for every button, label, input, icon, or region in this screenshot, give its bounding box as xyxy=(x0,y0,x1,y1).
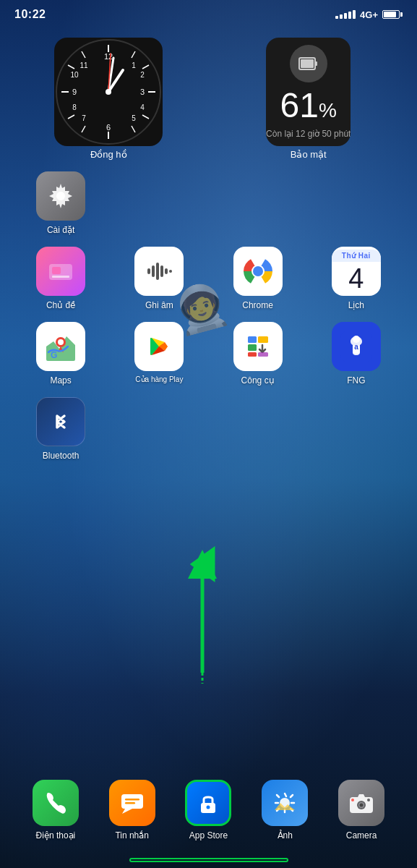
network-label: 4G+ xyxy=(360,9,378,20)
camera-app-name: Camera xyxy=(346,830,377,841)
dock-item-phone[interactable]: Điện thoại xyxy=(33,780,79,841)
svg-point-76 xyxy=(351,799,354,801)
svg-rect-34 xyxy=(52,267,61,274)
bluetooth-icon xyxy=(36,397,85,446)
dock: Điện thoại Tin nhắn App Store xyxy=(0,773,417,848)
calendar-icon: Thứ Hai 4 xyxy=(332,247,381,296)
svg-rect-39 xyxy=(160,265,163,277)
battery-status-icon xyxy=(382,10,403,19)
photos-icon xyxy=(262,780,308,826)
svg-point-75 xyxy=(367,799,370,801)
app-row-3: G Maps xyxy=(0,310,417,386)
app-item-playstore[interactable]: Cửa hàng Play xyxy=(110,322,208,386)
dock-item-photos[interactable]: Ảnh xyxy=(262,780,308,841)
svg-text:1: 1 xyxy=(132,61,136,69)
svg-rect-30 xyxy=(301,59,314,68)
svg-rect-53 xyxy=(258,336,268,343)
dock-item-camera[interactable]: Camera xyxy=(338,780,384,841)
photos-app-name: Ảnh xyxy=(278,830,293,841)
app-item-chrome[interactable]: Chrome xyxy=(209,247,307,310)
svg-text:7: 7 xyxy=(82,114,86,122)
svg-rect-66 xyxy=(125,799,139,801)
arrow-annotation xyxy=(159,542,246,687)
svg-rect-54 xyxy=(248,352,257,357)
dock-item-appstore[interactable]: App Store xyxy=(185,780,231,841)
svg-text:9: 9 xyxy=(72,88,77,96)
dock-item-messages[interactable]: Tin nhắn xyxy=(109,780,155,841)
theme-icon xyxy=(36,247,85,296)
svg-point-28 xyxy=(106,89,111,95)
app-item-calendar[interactable]: Thứ Hai 4 Lịch xyxy=(307,247,405,310)
battery-percent-display: 61 % xyxy=(280,88,337,123)
battery-percent-value: 61 xyxy=(280,88,319,123)
bluetooth-app-name: Bluetooth xyxy=(43,451,79,461)
svg-rect-41 xyxy=(169,270,172,273)
battery-percent-symbol: % xyxy=(319,99,337,122)
battery-widget[interactable]: 61 % Còn lại 12 giờ 50 phút xyxy=(266,38,351,146)
svg-text:G: G xyxy=(51,350,57,360)
recorder-app-name: Ghi âm xyxy=(145,300,173,310)
playstore-app-name: Cửa hàng Play xyxy=(135,375,183,383)
camera-icon xyxy=(338,780,384,826)
calendar-day-number: 4 xyxy=(332,262,381,296)
svg-point-57 xyxy=(353,336,360,343)
appstore-app-name: App Store xyxy=(189,830,228,841)
app-row-1: Cài đặt xyxy=(0,166,417,235)
messages-icon xyxy=(109,780,155,826)
playstore-icon xyxy=(134,322,184,371)
settings-icon xyxy=(36,171,85,221)
app-item-maps[interactable]: G Maps xyxy=(12,322,110,386)
app-item-theme[interactable]: Chủ đề xyxy=(12,247,110,310)
signal-icon xyxy=(335,10,356,19)
status-icons: 4G+ xyxy=(335,9,403,20)
svg-text:10: 10 xyxy=(71,71,79,79)
app-item-bluetooth[interactable]: Bluetooth xyxy=(12,397,110,461)
svg-text:2: 2 xyxy=(140,71,145,79)
svg-rect-67 xyxy=(125,802,135,804)
svg-text:11: 11 xyxy=(80,61,89,69)
phone-app-name: Điện thoại xyxy=(36,830,76,841)
svg-text:4: 4 xyxy=(140,103,145,111)
svg-point-47 xyxy=(58,339,64,345)
svg-rect-35 xyxy=(52,276,69,278)
svg-rect-55 xyxy=(258,352,268,357)
app-row-4: Bluetooth xyxy=(0,386,417,461)
battery-remaining-text: Còn lại 12 giờ 50 phút xyxy=(266,129,351,139)
svg-rect-52 xyxy=(248,344,257,351)
clock-widget[interactable]: 12 3 6 9 1 2 4 5 7 8 10 11 xyxy=(54,38,163,146)
battery-widget-container[interactable]: 61 % Còn lại 12 giờ 50 phút Bảo mật xyxy=(215,38,403,160)
tools-app-name: Công cụ xyxy=(241,375,275,386)
svg-marker-62 xyxy=(188,550,217,579)
clock-widget-label: Đồng hồ xyxy=(90,149,127,160)
app-item-tools[interactable]: Công cụ xyxy=(209,322,307,386)
app-item-settings[interactable]: Cài đặt xyxy=(12,171,110,235)
phone-icon xyxy=(33,780,79,826)
calendar-app-name: Lịch xyxy=(348,300,364,310)
app-row-2: Chủ đề Ghi âm xyxy=(0,235,417,310)
maps-icon: G xyxy=(36,322,85,371)
fng-app-name: FNG xyxy=(347,375,365,386)
svg-point-69 xyxy=(207,806,210,809)
svg-text:5: 5 xyxy=(132,114,136,122)
theme-app-name: Chủ đề xyxy=(46,300,75,310)
appstore-icon xyxy=(185,780,231,826)
svg-rect-51 xyxy=(248,336,257,343)
svg-rect-40 xyxy=(165,268,168,274)
svg-rect-31 xyxy=(315,61,317,66)
status-time: 10:22 xyxy=(14,8,46,21)
svg-point-74 xyxy=(360,804,364,807)
svg-marker-65 xyxy=(122,809,132,814)
svg-text:6: 6 xyxy=(106,123,111,132)
app-item-recorder[interactable]: Ghi âm xyxy=(110,247,208,310)
svg-rect-64 xyxy=(121,794,143,809)
battery-widget-icon xyxy=(290,45,327,82)
clock-widget-container[interactable]: 12 3 6 9 1 2 4 5 7 8 10 11 xyxy=(14,38,203,160)
tools-icon xyxy=(233,322,283,371)
svg-text:12: 12 xyxy=(104,52,113,61)
recorder-icon xyxy=(134,247,184,296)
home-indicator-annotation xyxy=(129,858,288,862)
app-item-fng[interactable]: a FNG xyxy=(307,322,405,386)
maps-app-name: Maps xyxy=(50,375,71,386)
settings-app-name: Cài đặt xyxy=(47,225,74,235)
svg-rect-36 xyxy=(147,268,150,274)
